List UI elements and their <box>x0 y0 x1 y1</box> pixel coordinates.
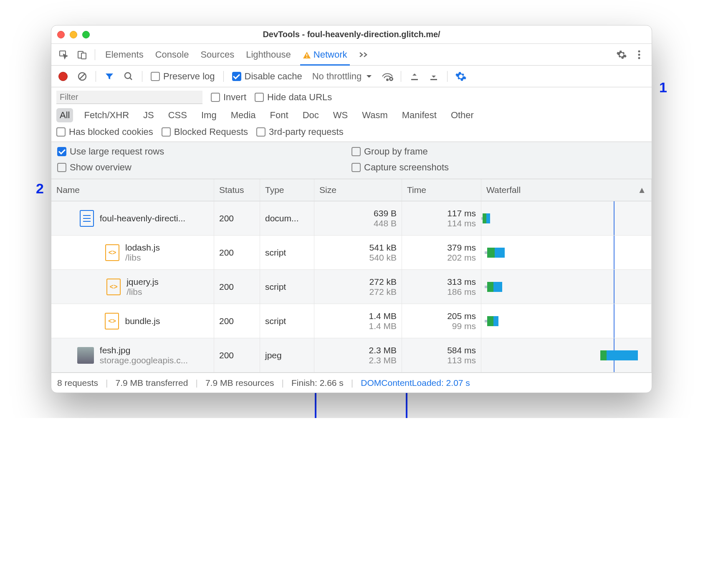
cell-name: <> jquery.js /libs <box>51 270 214 304</box>
request-name: foul-heavenly-directi... <box>100 213 185 223</box>
filter-type-font[interactable]: Font <box>267 108 292 122</box>
cell-name: fesh.jpg storage.googleapis.c... <box>51 338 214 373</box>
svg-point-5 <box>638 50 640 52</box>
svg-rect-4 <box>306 57 307 58</box>
preserve-log-checkbox[interactable]: Preserve log <box>147 71 218 82</box>
filter-input[interactable] <box>56 91 202 104</box>
cell-name: <> bundle.js <box>51 304 214 338</box>
cell-type: docum... <box>260 201 314 236</box>
blocked-requests-checkbox[interactable]: Blocked Requests <box>162 127 248 137</box>
titlebar: DevTools - foul-heavenly-direction.glitc… <box>51 25 652 44</box>
filter-type-wasm[interactable]: Wasm <box>359 108 391 122</box>
status-bar: 8 requests | 7.9 MB transferred | 7.9 MB… <box>51 373 652 393</box>
device-toolbar-icon[interactable] <box>74 46 91 63</box>
svg-point-6 <box>638 53 640 56</box>
inspect-element-icon[interactable] <box>56 46 72 63</box>
cell-waterfall <box>481 201 652 236</box>
kebab-menu-icon[interactable] <box>631 46 647 63</box>
filter-type-media[interactable]: Media <box>228 108 259 122</box>
export-har-icon[interactable] <box>425 68 442 85</box>
sort-indicator-icon: ▲ <box>637 185 646 195</box>
cell-type: script <box>260 270 314 304</box>
group-by-frame-checkbox[interactable]: Group by frame <box>352 146 646 157</box>
filter-type-manifest[interactable]: Manifest <box>399 108 440 122</box>
request-path: /libs <box>125 253 160 263</box>
cell-status: 200 <box>214 236 260 270</box>
blocked-cookies-checkbox[interactable]: Has blocked cookies <box>56 127 153 137</box>
network-settings-gear-icon[interactable] <box>453 68 469 85</box>
filter-type-all[interactable]: All <box>56 108 73 122</box>
divider <box>95 49 95 60</box>
filter-type-css[interactable]: CSS <box>165 108 190 122</box>
clear-button[interactable] <box>74 68 91 85</box>
panel-tab-console[interactable]: Console <box>149 44 195 65</box>
cell-time: 205 ms99 ms <box>402 304 481 338</box>
filter-icon[interactable] <box>101 68 118 85</box>
image-thumbnail-icon <box>77 347 94 364</box>
cell-status: 200 <box>214 201 260 236</box>
svg-rect-2 <box>81 53 86 59</box>
cell-size: 2.3 MB2.3 MB <box>314 338 402 373</box>
svg-point-10 <box>125 73 131 79</box>
filter-type-img[interactable]: Img <box>198 108 220 122</box>
show-overview-checkbox[interactable]: Show overview <box>57 162 352 173</box>
request-name: fesh.jpg <box>100 345 188 355</box>
invert-checkbox[interactable]: Invert <box>211 92 246 103</box>
throttling-select[interactable]: No throttling <box>308 71 377 82</box>
cell-size: 541 kB540 kB <box>314 236 402 270</box>
column-header-waterfall[interactable]: Waterfall ▲ <box>481 179 652 201</box>
cell-time: 313 ms186 ms <box>402 270 481 304</box>
disable-cache-checkbox[interactable]: Disable cache <box>229 71 306 82</box>
cell-status: 200 <box>214 270 260 304</box>
window-title: DevTools - foul-heavenly-direction.glitc… <box>51 30 652 39</box>
column-header-type[interactable]: Type <box>260 179 314 201</box>
capture-screenshots-checkbox[interactable]: Capture screenshots <box>352 162 646 173</box>
panel-tab-bar: ElementsConsoleSourcesLighthouseNetwork <box>51 44 652 66</box>
divider <box>447 71 448 82</box>
cell-waterfall <box>481 270 652 304</box>
divider <box>223 71 224 82</box>
divider <box>142 71 142 82</box>
svg-line-11 <box>130 78 132 80</box>
panel-tab-lighthouse[interactable]: Lighthouse <box>240 44 297 65</box>
cell-size: 1.4 MB1.4 MB <box>314 304 402 338</box>
filter-zone: Invert Hide data URLs AllFetch/XHRJSCSSI… <box>51 87 652 142</box>
filter-type-other[interactable]: Other <box>448 108 477 122</box>
column-header-name[interactable]: Name <box>51 179 214 201</box>
column-header-size[interactable]: Size <box>314 179 402 201</box>
third-party-checkbox[interactable]: 3rd-party requests <box>256 127 344 137</box>
filter-type-ws[interactable]: WS <box>330 108 351 122</box>
more-tabs-icon[interactable] <box>355 51 374 58</box>
search-icon[interactable] <box>120 68 137 85</box>
cell-status: 200 <box>214 304 260 338</box>
status-finish: Finish: 2.66 s <box>291 378 344 388</box>
divider <box>96 71 96 82</box>
hide-data-urls-checkbox[interactable]: Hide data URLs <box>255 92 332 103</box>
cell-time: 379 ms202 ms <box>402 236 481 270</box>
script-icon: <> <box>105 244 119 261</box>
record-button[interactable] <box>55 68 71 85</box>
request-path: storage.googleapis.c... <box>100 355 188 365</box>
column-header-status[interactable]: Status <box>214 179 260 201</box>
use-large-rows-checkbox[interactable]: Use large request rows <box>57 146 352 157</box>
filter-type-doc[interactable]: Doc <box>299 108 322 122</box>
column-header-time[interactable]: Time <box>402 179 481 201</box>
status-domcontentloaded: DOMContentLoaded: 2.07 s <box>361 378 470 388</box>
settings-gear-icon[interactable] <box>613 46 630 63</box>
cell-waterfall <box>481 236 652 270</box>
cell-waterfall <box>481 304 652 338</box>
filter-type-fetchxhr[interactable]: Fetch/XHR <box>81 108 132 122</box>
devtools-window: DevTools - foul-heavenly-direction.glitc… <box>51 25 652 393</box>
import-har-icon[interactable] <box>406 68 423 85</box>
cell-type: script <box>260 236 314 270</box>
filter-type-js[interactable]: JS <box>140 108 157 122</box>
warning-icon <box>303 51 311 59</box>
divider <box>401 71 401 82</box>
panel-tab-elements[interactable]: Elements <box>99 44 149 65</box>
network-conditions-icon[interactable] <box>379 68 396 85</box>
panel-tab-sources[interactable]: Sources <box>195 44 240 65</box>
cell-name: <> lodash.js /libs <box>51 236 214 270</box>
cell-waterfall <box>481 338 652 373</box>
svg-point-12 <box>387 79 388 81</box>
panel-tab-network[interactable]: Network <box>297 44 353 65</box>
